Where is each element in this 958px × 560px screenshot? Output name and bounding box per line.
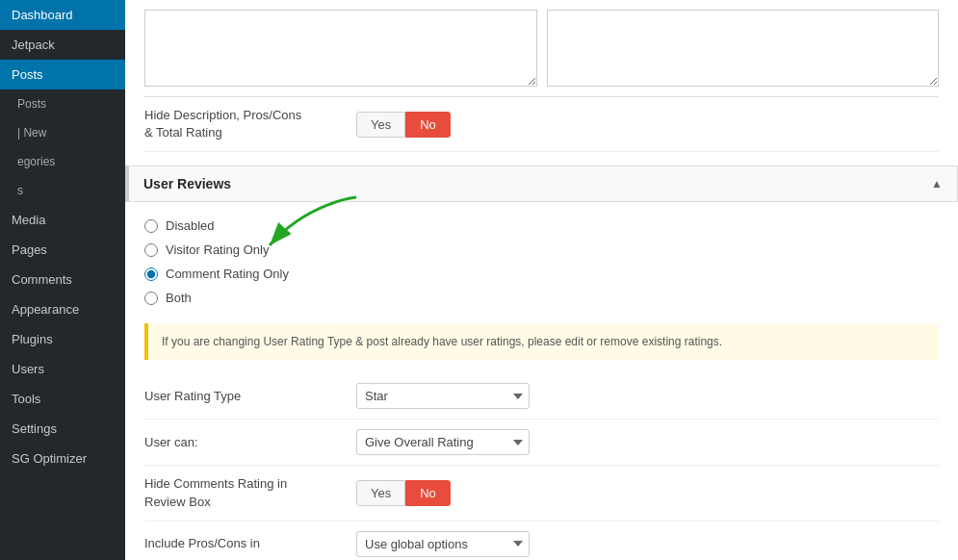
user-rating-type-row: User Rating Type Star bbox=[144, 373, 939, 420]
sidebar-item-users[interactable]: Users bbox=[0, 354, 125, 384]
user-can-select[interactable]: Give Overall Rating bbox=[356, 429, 530, 455]
hide-comments-yes-button[interactable]: Yes bbox=[356, 480, 405, 506]
hide-description-row: Hide Description, Pros/Cons & Total Rati… bbox=[144, 97, 939, 152]
include-pros-row: Include Pros/Cons in Use global options bbox=[144, 522, 939, 560]
textarea-right[interactable] bbox=[547, 10, 940, 87]
user-reviews-section-header[interactable]: User Reviews ▲ bbox=[125, 165, 958, 202]
sidebar-item-categories[interactable]: egories bbox=[0, 147, 125, 176]
sidebar: Dashboard Jetpack Posts Posts | New egor… bbox=[0, 0, 125, 560]
chevron-up-icon: ▲ bbox=[931, 177, 943, 191]
user-reviews-title: User Reviews bbox=[143, 176, 231, 191]
sidebar-item-plugins[interactable]: Plugins bbox=[0, 324, 125, 354]
radio-visitor-label: Visitor Rating Only bbox=[166, 242, 269, 257]
hide-description-label: Hide Description, Pros/Cons & Total Rati… bbox=[144, 107, 356, 141]
hide-comments-no-button[interactable]: No bbox=[405, 480, 451, 506]
sidebar-item-new[interactable]: | New bbox=[0, 118, 125, 147]
hide-description-btn-group: Yes No bbox=[356, 112, 451, 138]
warning-box: If you are changing User Rating Type & p… bbox=[144, 323, 939, 360]
sidebar-item-dashboard[interactable]: Dashboard bbox=[0, 0, 125, 30]
top-textareas-row bbox=[144, 0, 939, 97]
sidebar-item-comments[interactable]: Comments bbox=[0, 265, 125, 294]
textarea-left[interactable] bbox=[144, 10, 537, 87]
radio-both[interactable]: Both bbox=[144, 286, 939, 310]
hide-description-no-button[interactable]: No bbox=[405, 112, 451, 138]
user-can-row: User can: Give Overall Rating bbox=[144, 420, 939, 466]
sidebar-item-appearance[interactable]: Appearance bbox=[0, 294, 125, 324]
hide-comments-row: Hide Comments Rating in Review Box Yes N… bbox=[144, 466, 939, 521]
radio-group: Disabled Visitor Rating Only Comment Rat… bbox=[144, 202, 939, 316]
user-rating-type-label: User Rating Type bbox=[144, 388, 356, 405]
radio-comment[interactable]: Comment Rating Only bbox=[144, 262, 939, 286]
sidebar-item-pages[interactable]: Pages bbox=[0, 235, 125, 265]
sidebar-item-media[interactable]: Media bbox=[0, 205, 125, 235]
radio-comment-label: Comment Rating Only bbox=[166, 267, 289, 281]
radio-disabled-label: Disabled bbox=[166, 218, 215, 233]
sidebar-item-jetpack[interactable]: Jetpack bbox=[0, 30, 125, 60]
radio-visitor[interactable]: Visitor Rating Only bbox=[144, 238, 939, 262]
sidebar-item-posts[interactable]: Posts bbox=[0, 60, 125, 89]
include-pros-select[interactable]: Use global options bbox=[356, 531, 530, 557]
main-content: Hide Description, Pros/Cons & Total Rati… bbox=[125, 0, 958, 560]
sidebar-item-settings[interactable]: Settings bbox=[0, 414, 125, 444]
hide-comments-btn-group: Yes No bbox=[356, 480, 451, 506]
user-rating-type-select[interactable]: Star bbox=[356, 383, 530, 409]
sidebar-item-s[interactable]: s bbox=[0, 176, 125, 205]
user-can-label: User can: bbox=[144, 434, 356, 451]
radio-disabled[interactable]: Disabled bbox=[144, 214, 939, 238]
sidebar-item-tools[interactable]: Tools bbox=[0, 384, 125, 414]
hide-description-yes-button[interactable]: Yes bbox=[356, 112, 405, 138]
sidebar-item-sg-optimizer[interactable]: SG Optimizer bbox=[0, 444, 125, 473]
radio-section: Disabled Visitor Rating Only Comment Rat… bbox=[144, 202, 939, 316]
warning-text: If you are changing User Rating Type & p… bbox=[162, 335, 722, 348]
sidebar-item-posts-sub[interactable]: Posts bbox=[0, 89, 125, 118]
include-pros-label: Include Pros/Cons in bbox=[144, 535, 356, 552]
radio-both-label: Both bbox=[166, 291, 192, 305]
hide-comments-label: Hide Comments Rating in Review Box bbox=[144, 475, 356, 510]
